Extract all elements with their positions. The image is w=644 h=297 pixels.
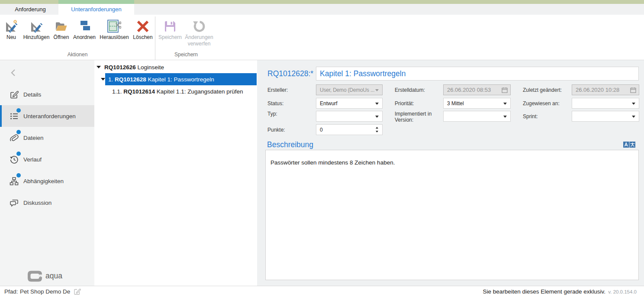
version-label: v. 20.0.154.0 — [608, 289, 637, 294]
sidebar-item-details[interactable]: Details — [0, 84, 94, 105]
tree-expander-icon[interactable] — [101, 78, 105, 81]
list-icon — [10, 112, 19, 121]
translate-icon[interactable] — [623, 142, 635, 148]
requirements-tree: RQ1012626 Loginseite 1. RQ1012628 Kapite… — [94, 60, 257, 286]
spinner-up-icon[interactable] — [376, 127, 378, 129]
prioritaet-value: 3 Mittel — [447, 100, 464, 107]
ribbon-tab-bar: Anforderung Unteranforderungen — [0, 4, 644, 15]
group-label-aktionen: Aktionen — [47, 52, 108, 58]
status-value: Entwurf — [320, 100, 338, 107]
erstelldatum-field[interactable]: 26.06.2020 08:53 — [443, 84, 511, 95]
dropdown-arrow-icon — [503, 103, 507, 105]
group-label-speichern: Speichern — [156, 52, 216, 58]
sidebar-menu: Details — [0, 84, 94, 213]
dropdown-arrow-icon — [503, 116, 507, 118]
paperclip-icon — [10, 133, 19, 142]
beschreibung-text: Passwörter sollen mindestens 8 Zeichen h… — [270, 159, 395, 166]
sidebar-item-label: Diskussion — [23, 200, 52, 206]
calendar-icon — [502, 87, 508, 93]
delete-x-icon — [136, 19, 150, 33]
erstelldatum-label: Erstelldatum: — [395, 87, 438, 93]
sidebar-collapse-button[interactable] — [10, 68, 17, 77]
open-folder-icon — [55, 19, 68, 33]
sidebar-item-label: Verlauf — [23, 156, 42, 163]
tree-row-text: RQ1012626 Loginseite — [104, 64, 164, 71]
tree-row-text: 1.1. RQ1012614 Kapitel 1.1: Zugangsdaten… — [112, 88, 243, 95]
edit-pencil-square-icon — [10, 90, 19, 99]
status-combobox[interactable]: Entwurf — [316, 98, 383, 109]
sidebar-item-abhaengigkeiten[interactable]: Abhängigkeiten — [0, 170, 94, 192]
hinzufuegen-label: Hinzufügen — [21, 34, 52, 41]
punkte-value: 0 — [320, 127, 323, 133]
dropdown-arrow-icon — [375, 89, 379, 91]
sidebar-item-label: Unteranforderungen — [23, 113, 76, 119]
sprint-label: Sprint: — [523, 113, 570, 119]
herausloesen-label: Herauslösen — [98, 34, 131, 41]
zuletzt-geaendert-label: Zuletzt geändert: — [523, 87, 570, 93]
calendar-icon — [630, 87, 636, 93]
spinner-down-icon[interactable] — [376, 131, 378, 132]
dropdown-arrow-icon — [375, 116, 379, 118]
erstelldatum-value: 26.06.2020 08:53 — [447, 87, 491, 93]
zugewiesen-an-label: Zugewiesen an: — [523, 100, 570, 107]
requirement-id-label: RQ1012628:* — [267, 69, 313, 78]
anordnen-label: Anordnen — [71, 34, 98, 41]
tab-unteranforderungen[interactable]: Unteranforderungen — [58, 4, 134, 15]
new-wand-pencil-icon — [4, 19, 18, 33]
punkte-spinner[interactable]: 0 — [316, 124, 383, 135]
edit-path-icon[interactable] — [74, 288, 81, 295]
prioritaet-label: Priorität: — [395, 100, 438, 107]
punkte-label: Punkte: — [267, 127, 312, 133]
sidebar-item-verlauf[interactable]: Verlauf — [0, 148, 94, 170]
loeschen-button[interactable]: Löschen — [131, 17, 155, 57]
tree-row-text: 1. RQ1012628 Kapitel 1: Passwortregeln — [108, 76, 214, 83]
ersteller-label: Ersteller: — [267, 87, 312, 93]
chevron-left-icon — [10, 68, 17, 77]
sprint-combobox[interactable] — [572, 111, 639, 122]
sidebar-item-label: Details — [23, 91, 41, 98]
beschreibung-header: Beschreibung — [267, 140, 313, 149]
aenderungen-verwerfen-label: Änderungen verwerfen — [183, 34, 216, 47]
oeffnen-label: Öffnen — [51, 34, 71, 41]
sidebar-item-diskussion[interactable]: Diskussion — [0, 192, 94, 213]
typ-combobox[interactable] — [316, 111, 383, 122]
dropdown-arrow-icon — [632, 116, 635, 118]
ribbon-toolbar: Neu Hinzufügen — [0, 15, 644, 60]
sidebar-item-label: Abhängigkeiten — [23, 178, 64, 184]
title-input[interactable]: Kapitel 1: Passwortregeln — [316, 67, 639, 81]
ersteller-combobox[interactable]: User, Demo (DemoUs ... — [316, 84, 383, 95]
unread-badge — [16, 108, 21, 113]
status-message: Sie bearbeiten dieses Element gerade exk… — [483, 288, 605, 295]
tree-expander-icon[interactable] — [97, 66, 101, 68]
beschreibung-textarea[interactable]: Passwörter sollen mindestens 8 Zeichen h… — [265, 150, 639, 280]
tree-row-rq1012626[interactable]: RQ1012626 Loginseite — [104, 61, 164, 73]
zuletzt-geaendert-value: 26.06.2020 10:28 — [576, 87, 619, 93]
tree-row-rq1012628[interactable]: 1. RQ1012628 Kapitel 1: Passwortregeln — [108, 73, 214, 85]
tab-anforderung[interactable]: Anforderung — [6, 4, 54, 15]
speech-bubbles-icon — [10, 198, 19, 207]
undo-icon — [192, 19, 206, 33]
pfad-label: Pfad: — [4, 288, 18, 295]
implementiert-in-version-label: Implementiert in Version: — [395, 111, 438, 123]
tree-row-rq1012614[interactable]: 1.1. RQ1012614 Kapitel 1.1: Zugangsdaten… — [112, 85, 243, 97]
loeschen-label: Löschen — [131, 34, 155, 41]
unread-badge — [16, 173, 21, 178]
neu-label: Neu — [2, 34, 21, 41]
speichern-label: Speichern — [156, 34, 184, 41]
aqua-logo: aqua — [28, 270, 80, 282]
sidebar-item-label: Dateien — [23, 135, 44, 141]
neu-button[interactable]: Neu — [2, 17, 21, 57]
detail-form: RQ1012628:* Kapitel 1: Passwortregeln Er… — [257, 60, 644, 286]
unread-badge — [16, 130, 21, 134]
active-tab-top-strip — [58, 0, 134, 4]
prioritaet-combobox[interactable]: 3 Mittel — [443, 98, 511, 109]
sidebar-item-dateien[interactable]: Dateien — [0, 127, 94, 148]
implementiert-in-version-combobox[interactable] — [443, 111, 511, 122]
hierarchy-icon — [10, 177, 19, 186]
typ-label: Typ: — [267, 111, 312, 117]
zuletzt-geaendert-field[interactable]: 26.06.2020 10:28 — [572, 84, 639, 95]
zugewiesen-an-combobox[interactable] — [572, 98, 639, 109]
pfad-value: Pet Shop Demo De — [20, 288, 70, 295]
sidebar-item-unteranforderungen[interactable]: Unteranforderungen — [0, 105, 94, 127]
add-pencil-icon — [29, 19, 43, 33]
